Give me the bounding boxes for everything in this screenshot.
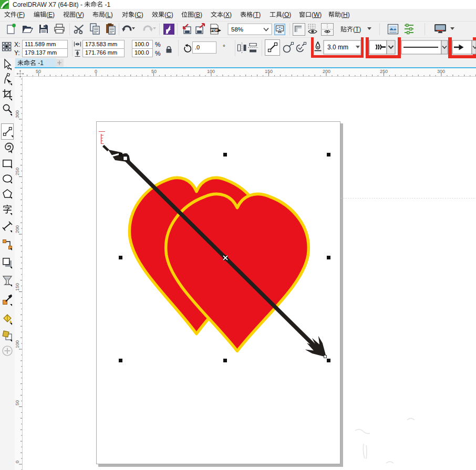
svg-text:50: 50 (15, 400, 20, 405)
svg-text:300: 300 (15, 110, 20, 118)
svg-text:300: 300 (437, 69, 445, 74)
svg-text:250: 250 (380, 69, 388, 74)
svg-text:(T): (T) (253, 11, 261, 18)
svg-text:50: 50 (151, 69, 157, 74)
svg-text:(T): (T) (353, 26, 361, 33)
svg-text:(E): (E) (46, 11, 55, 18)
svg-text:250: 250 (15, 168, 20, 175)
svg-text:200: 200 (323, 69, 330, 74)
svg-text:Y:: Y: (14, 49, 20, 57)
svg-text:0: 0 (95, 69, 97, 74)
svg-text:%: % (155, 50, 161, 57)
svg-text:(H): (H) (341, 11, 350, 18)
svg-text:200: 200 (15, 225, 20, 233)
svg-text:(C): (C) (164, 11, 173, 18)
svg-text:PDF: PDF (211, 28, 219, 32)
svg-text:0: 0 (15, 461, 20, 463)
svg-text:%: % (155, 41, 161, 48)
svg-text:(B): (B) (194, 11, 202, 18)
svg-text:100: 100 (207, 69, 215, 74)
svg-text:(C): (C) (134, 11, 143, 18)
svg-text:150: 150 (265, 69, 273, 74)
svg-text:-1: -1 (36, 59, 44, 67)
svg-text:3.0 mm: 3.0 mm (327, 44, 348, 51)
svg-text:(O): (O) (282, 11, 291, 18)
svg-text:100: 100 (15, 340, 20, 348)
svg-text:50: 50 (36, 69, 41, 74)
svg-text:X:: X: (14, 41, 20, 48)
svg-text:(W): (W) (312, 11, 322, 18)
svg-text:(X): (X) (223, 11, 232, 18)
svg-text:(F): (F) (17, 11, 25, 18)
svg-text:58%: 58% (231, 26, 243, 33)
svg-text:(V): (V) (76, 11, 84, 18)
svg-text:150: 150 (15, 283, 20, 291)
svg-text:(L): (L) (105, 11, 113, 18)
svg-text:°: ° (223, 44, 225, 51)
